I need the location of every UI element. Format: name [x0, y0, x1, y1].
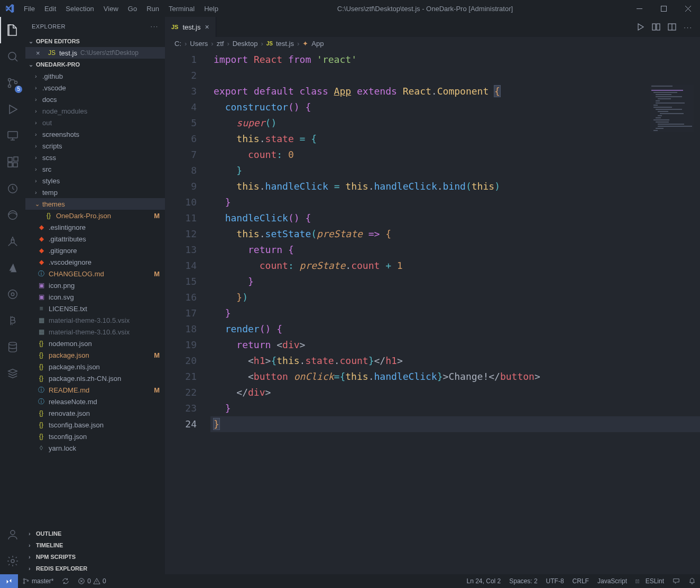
database-icon[interactable]: [0, 334, 25, 360]
compare-icon[interactable]: [652, 23, 660, 31]
eslint-status[interactable]: ✓⃝ ESLint: [631, 574, 668, 588]
timeline-section[interactable]: ›TIMELINE: [25, 539, 165, 551]
folder-.github[interactable]: ›.github: [25, 70, 165, 82]
debug-icon[interactable]: [0, 96, 25, 123]
sync-icon[interactable]: [0, 175, 25, 202]
source-control-icon[interactable]: 5: [0, 70, 25, 96]
menu-file[interactable]: File: [19, 2, 40, 16]
svg-rect-10: [14, 157, 18, 161]
file-README.md[interactable]: ⓘREADME.mdM: [25, 384, 165, 396]
folder-src[interactable]: ›src: [25, 163, 165, 175]
crumb[interactable]: Desktop: [233, 40, 258, 48]
extensions-icon[interactable]: [0, 149, 25, 175]
folder-screenshots[interactable]: ›screenshots: [25, 128, 165, 140]
folder-docs[interactable]: ›docs: [25, 94, 165, 105]
svg-point-4: [8, 85, 11, 88]
file-icon.png[interactable]: ▣icon.png: [25, 279, 165, 291]
more-icon[interactable]: ···: [684, 23, 693, 31]
crumb[interactable]: test.js: [276, 40, 294, 48]
bitcoin-icon[interactable]: [0, 307, 25, 334]
code-body[interactable]: import React from 'react' export default…: [210, 52, 700, 574]
file-yarn.lock[interactable]: ◊yarn.lock: [25, 442, 165, 454]
file-package.nls.zh-CN.json[interactable]: {}package.nls.zh-CN.json: [25, 372, 165, 384]
file-material-theme-3.10.6.vsix[interactable]: ▦material-theme-3.10.6.vsix: [25, 326, 165, 338]
close-icon[interactable]: ×: [205, 23, 209, 31]
file-icon.svg[interactable]: ▣icon.svg: [25, 291, 165, 303]
cursor-position[interactable]: Ln 24, Col 2: [463, 574, 505, 588]
menu-selection[interactable]: Selection: [61, 2, 98, 16]
explorer-icon[interactable]: [0, 17, 25, 43]
folder-scripts[interactable]: ›scripts: [25, 140, 165, 152]
folder-.vscode[interactable]: ›.vscode: [25, 82, 165, 94]
folder-scss[interactable]: ›scss: [25, 152, 165, 163]
menu-edit[interactable]: Edit: [40, 2, 61, 16]
file-.eslintignore[interactable]: ◆.eslintignore: [25, 221, 165, 233]
file-nodemon.json[interactable]: {}nodemon.json: [25, 338, 165, 349]
file-CHANGELOG.md[interactable]: ⓘCHANGELOG.mdM: [25, 268, 165, 279]
sidebar-more-icon[interactable]: ···: [151, 23, 159, 30]
account-icon[interactable]: [0, 521, 25, 548]
menu-help[interactable]: Help: [199, 2, 223, 16]
eol[interactable]: CRLF: [568, 574, 593, 588]
tab-testjs[interactable]: JS test.js ×: [165, 17, 216, 37]
menu-run[interactable]: Run: [142, 2, 164, 16]
search-icon[interactable]: [0, 43, 25, 70]
azure-icon[interactable]: [0, 255, 25, 281]
crumb[interactable]: App: [311, 40, 324, 48]
file-releaseNote.md[interactable]: ⓘreleaseNote.md: [25, 396, 165, 407]
edge-icon[interactable]: [0, 202, 25, 228]
menu-go[interactable]: Go: [123, 2, 142, 16]
stack-icon[interactable]: [0, 360, 25, 387]
file-package.nls.json[interactable]: {}package.nls.json: [25, 361, 165, 372]
sync-status[interactable]: [58, 574, 73, 588]
file-.gitignore[interactable]: ◆.gitignore: [25, 245, 165, 256]
problems-status[interactable]: 0 0: [73, 574, 110, 588]
minimize-button[interactable]: [627, 0, 651, 17]
disc-icon[interactable]: [0, 281, 25, 307]
close-button[interactable]: [676, 0, 700, 17]
file-material-theme-3.10.5.vsix[interactable]: ▦material-theme-3.10.5.vsix: [25, 314, 165, 326]
remote-button[interactable]: [0, 574, 18, 588]
remote-explorer-icon[interactable]: [0, 123, 25, 149]
crumb[interactable]: ztf: [217, 40, 224, 48]
outline-section[interactable]: ›OUTLINE: [25, 528, 165, 539]
folder-styles[interactable]: ›styles: [25, 175, 165, 186]
feedback-icon[interactable]: [668, 574, 684, 588]
notifications-icon[interactable]: [684, 574, 700, 588]
crumb[interactable]: Users: [190, 40, 208, 48]
folder-themes[interactable]: ⌄themes: [25, 198, 165, 210]
project-section[interactable]: ⌄ONEDARK-PRO: [25, 59, 165, 70]
file-package.json[interactable]: {}package.jsonM: [25, 349, 165, 361]
language-mode[interactable]: JavaScript: [593, 574, 631, 588]
file-.vscodeignore[interactable]: ◆.vscodeignore: [25, 256, 165, 268]
minimap[interactable]: [650, 85, 694, 132]
maximize-button[interactable]: [651, 0, 676, 17]
crumb[interactable]: C:: [174, 40, 181, 48]
svg-rect-18: [652, 24, 656, 30]
file-.gitattributes[interactable]: ◆.gitattributes: [25, 233, 165, 245]
code-area[interactable]: 123456789101112131415161718192021222324 …: [165, 50, 700, 574]
indentation[interactable]: Spaces: 2: [505, 574, 541, 588]
file-LICENSE.txt[interactable]: ≡LICENSE.txt: [25, 303, 165, 314]
file-tsconfig.json[interactable]: {}tsconfig.json: [25, 431, 165, 442]
settings-icon[interactable]: [0, 548, 25, 574]
run-icon[interactable]: [636, 23, 644, 31]
branch-status[interactable]: master*: [18, 574, 58, 588]
menu-terminal[interactable]: Terminal: [164, 2, 199, 16]
redis-explorer-section[interactable]: ›REDIS EXPLORER: [25, 563, 165, 574]
folder-out[interactable]: ›out: [25, 117, 165, 128]
file-tsconfig.base.json[interactable]: {}tsconfig.base.json: [25, 419, 165, 431]
open-editors-section[interactable]: ⌄OPEN EDITORS: [25, 35, 165, 47]
open-editor-item[interactable]: × JS test.js C:\Users\ztf\Desktop: [25, 47, 165, 59]
encoding[interactable]: UTF-8: [542, 574, 568, 588]
file-onedark-json[interactable]: {}OneDark-Pro.jsonM: [25, 210, 165, 221]
npm-scripts-section[interactable]: ›NPM SCRIPTS: [25, 551, 165, 563]
gitlens-icon[interactable]: [0, 228, 25, 255]
split-icon[interactable]: [668, 23, 676, 31]
close-icon[interactable]: ×: [36, 49, 44, 57]
file-renovate.json[interactable]: {}renovate.json: [25, 407, 165, 419]
folder-temp[interactable]: ›temp: [25, 186, 165, 198]
menu-view[interactable]: View: [99, 2, 123, 16]
breadcrumb[interactable]: C:› Users› ztf› Desktop› JS test.js› ✦ A…: [165, 37, 700, 50]
folder-node_modules[interactable]: ›node_modules: [25, 105, 165, 117]
